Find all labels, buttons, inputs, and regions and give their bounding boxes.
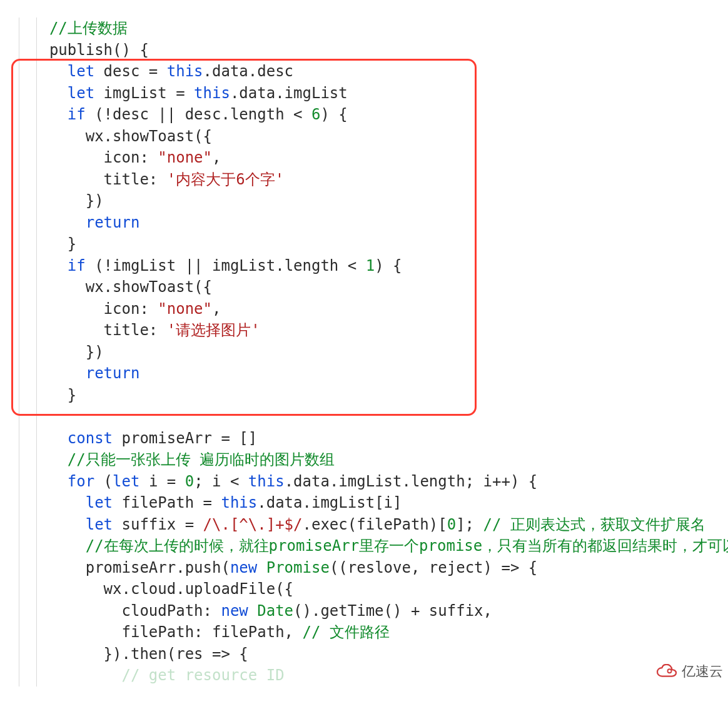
code-token: < — [221, 473, 248, 490]
code-token: , — [212, 300, 221, 318]
code-token: () { — [113, 41, 149, 59]
svg-point-0 — [668, 670, 672, 673]
code-token: then — [131, 645, 167, 663]
code-token: ) => { — [483, 559, 538, 576]
code-token: . — [248, 63, 257, 80]
code-token: if — [68, 257, 86, 274]
code-token: showToast — [113, 278, 194, 296]
code-line[interactable]: icon: "none", — [31, 147, 728, 169]
code-token: wx — [104, 580, 122, 598]
cloud-icon — [655, 664, 678, 679]
code-token: )[ — [429, 516, 447, 533]
code-token: title — [104, 171, 149, 188]
code-line[interactable]: //在每次上传的时候，就往promiseArr里存一个promise，只有当所有… — [31, 535, 728, 557]
code-line[interactable]: wx.showToast({ — [31, 276, 728, 298]
code-token: . — [176, 559, 185, 576]
code-token: 0 — [447, 516, 456, 533]
code-line[interactable]: return — [31, 212, 728, 234]
code-token — [257, 559, 266, 576]
code-line[interactable]: wx.showToast({ — [31, 126, 728, 148]
code-token: this — [221, 494, 257, 511]
code-token: (). — [293, 602, 320, 620]
code-area[interactable]: //上传数据 publish() { let desc = this.data.… — [5, 18, 728, 686]
code-line[interactable]: }).then(res => { — [31, 643, 728, 665]
code-token: wx — [86, 278, 104, 296]
code-line[interactable]: let suffix = /\.[^\.]+$/.exec(filePath)[… — [31, 514, 728, 536]
code-line[interactable]: }) — [31, 190, 728, 212]
code-token: . — [257, 494, 266, 511]
code-line[interactable]: return — [31, 363, 728, 385]
code-token: } — [68, 235, 76, 253]
code-token: this — [167, 63, 203, 80]
code-token: (( — [330, 559, 348, 576]
code-line[interactable]: // get resource ID — [31, 665, 728, 686]
code-token: || — [176, 257, 212, 274]
code-token: data — [212, 63, 248, 80]
code-token: < — [285, 106, 311, 123]
code-token: ) { — [375, 257, 402, 274]
code-token: let — [113, 473, 139, 490]
code-line[interactable]: title: '请选择图片' — [31, 319, 728, 341]
code-token: i = — [149, 473, 185, 490]
code-token: data — [266, 494, 303, 511]
code-token: length — [230, 106, 285, 123]
code-token: filePath — [122, 623, 195, 641]
code-token: Date — [257, 602, 293, 620]
code-line[interactable]: let desc = this.data.desc — [31, 61, 728, 83]
code-token: icon — [104, 300, 140, 318]
code-line[interactable]: let imgList = this.data.imgList — [31, 83, 728, 104]
code-token: . — [275, 84, 284, 102]
code-line[interactable]: for (let i = 0; i < this.data.imgList.le… — [31, 471, 728, 493]
code-token: this — [194, 84, 230, 102]
code-line[interactable]: if (!imgList || imgList.length < 1) { — [31, 255, 728, 277]
code-token: , — [212, 149, 221, 166]
code-token: return — [86, 365, 140, 382]
code-token — [94, 84, 103, 102]
code-line[interactable]: cloudPath: new Date().getTime() + suffix… — [31, 600, 728, 622]
code-editor[interactable]: //上传数据 publish() { let desc = this.data.… — [0, 0, 728, 686]
code-token: // 正则表达式，获取文件扩展名 — [483, 516, 705, 533]
code-token — [113, 430, 121, 447]
code-line[interactable]: if (!desc || desc.length < 6) { — [31, 104, 728, 126]
code-line[interactable]: //上传数据 — [31, 18, 728, 39]
code-token: uploadFile — [185, 580, 276, 598]
code-token: ] — [393, 494, 402, 511]
code-line[interactable] — [31, 406, 728, 428]
code-token: ( — [348, 516, 356, 533]
code-line[interactable]: title: '内容大于6个字' — [31, 169, 728, 191]
code-line[interactable]: icon: "none", — [31, 298, 728, 320]
code-token: showToast — [113, 128, 194, 145]
code-token: i — [212, 473, 221, 490]
code-token: ( — [167, 645, 176, 663]
code-token: . — [285, 473, 293, 490]
code-line[interactable]: } — [31, 233, 728, 255]
code-token: return — [86, 214, 140, 231]
code-token: suffix — [429, 602, 483, 620]
code-token: imgList — [311, 494, 375, 511]
code-token: //在每次上传的时候，就往promiseArr里存一个promise，只有当所有… — [86, 537, 728, 555]
code-line[interactable]: publish() { — [31, 39, 728, 61]
code-token: cloud — [131, 580, 176, 598]
code-line[interactable]: let filePath = this.data.imgList[i] — [31, 492, 728, 514]
code-line[interactable]: //只能一张张上传 遍历临时的图片数组 — [31, 449, 728, 471]
code-token: promiseArr = [] — [122, 430, 258, 447]
code-line[interactable]: const promiseArr = [] — [31, 428, 728, 450]
code-line[interactable]: wx.cloud.uploadFile({ — [31, 578, 728, 600]
code-line[interactable]: promiseArr.push(new Promise((reslove, re… — [31, 557, 728, 579]
code-token: wx — [86, 128, 104, 145]
code-line[interactable]: } — [31, 385, 728, 406]
code-token: () + — [384, 602, 429, 620]
code-token: exec — [311, 516, 348, 533]
code-token: title — [104, 321, 149, 339]
code-line[interactable]: filePath: filePath, // 文件路径 — [31, 621, 728, 643]
code-token: . — [303, 516, 311, 533]
code-token: this — [248, 473, 285, 490]
code-line[interactable]: }) — [31, 341, 728, 363]
code-token: Promise — [266, 559, 330, 576]
code-token: cloudPath — [122, 602, 203, 620]
code-token: . — [303, 494, 311, 511]
code-token: length — [411, 473, 465, 490]
code-token: imgList = — [104, 84, 195, 102]
code-token: icon — [104, 149, 140, 166]
code-token — [248, 602, 257, 620]
